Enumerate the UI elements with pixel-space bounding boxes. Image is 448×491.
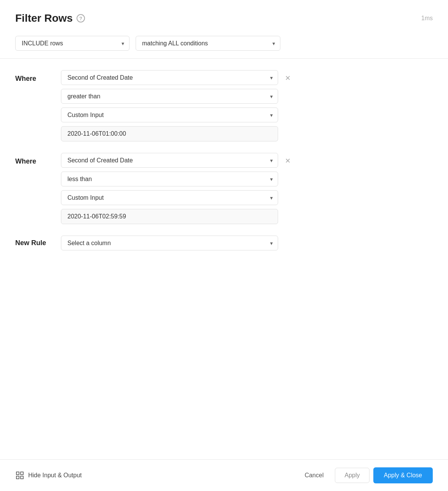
operator-select-2[interactable]: less than greater than equals not equals [61, 172, 278, 186]
input-type-row-1: Custom Input [61, 108, 433, 122]
filter-rows-dialog: Filter Rows ? 1ms INCLUDE rows EXCLUDE r… [0, 0, 448, 491]
svg-rect-3 [21, 476, 23, 479]
include-select[interactable]: INCLUDE rows EXCLUDE rows [15, 36, 130, 51]
column-select-2[interactable]: Second of Created Date [61, 153, 278, 168]
input-type-select-1[interactable]: Custom Input [61, 108, 278, 122]
column-row-2: Second of Created Date ✕ [61, 153, 433, 168]
cancel-button[interactable]: Cancel [297, 468, 331, 483]
matching-select[interactable]: matching ALL conditions matching ANY con… [136, 36, 280, 51]
content-area: Where Second of Created Date ✕ greater t… [0, 59, 448, 459]
timing-label: 1ms [421, 15, 433, 22]
include-select-wrapper: INCLUDE rows EXCLUDE rows [15, 36, 130, 51]
dialog-header: Filter Rows ? 1ms [0, 0, 448, 32]
remove-rule-1-button[interactable]: ✕ [282, 72, 294, 85]
apply-button[interactable]: Apply [335, 468, 369, 483]
column-select-1[interactable]: Second of Created Date [61, 70, 278, 85]
input-type-select-wrapper-1: Custom Input [61, 108, 278, 122]
footer-left: Hide Input & Output [15, 471, 82, 480]
new-rule-label: New Rule [15, 239, 53, 247]
help-icon[interactable]: ? [77, 14, 85, 22]
operator-row-1: greater than less than equals not equals [61, 89, 433, 104]
where-label-1: Where [15, 70, 53, 83]
rule-block-1: Where Second of Created Date ✕ greater t… [15, 70, 433, 141]
operator-select-1[interactable]: greater than less than equals not equals [61, 89, 278, 104]
value-input-2[interactable] [61, 209, 278, 224]
input-type-row-2: Custom Input [61, 190, 433, 205]
input-type-select-2[interactable]: Custom Input [61, 190, 278, 205]
apply-close-button[interactable]: Apply & Close [373, 467, 433, 483]
dialog-title: Filter Rows [15, 12, 73, 24]
column-select-wrapper-1: Second of Created Date [61, 70, 278, 85]
operator-select-wrapper-2: less than greater than equals not equals [61, 172, 278, 186]
hide-io-label: Hide Input & Output [28, 472, 82, 479]
column-select-wrapper-2: Second of Created Date [61, 153, 278, 168]
rule-controls-2: Second of Created Date ✕ less than great… [61, 153, 433, 224]
matching-select-wrapper: matching ALL conditions matching ANY con… [136, 36, 280, 51]
new-rule-block: New Rule Select a column [15, 236, 433, 250]
input-type-select-wrapper-2: Custom Input [61, 190, 278, 205]
dialog-footer: Hide Input & Output Cancel Apply Apply &… [0, 459, 448, 491]
operator-select-wrapper-1: greater than less than equals not equals [61, 89, 278, 104]
filter-selectors: INCLUDE rows EXCLUDE rows matching ALL c… [0, 32, 448, 58]
operator-row-2: less than greater than equals not equals [61, 172, 433, 186]
new-rule-select[interactable]: Select a column [61, 236, 278, 250]
remove-rule-2-button[interactable]: ✕ [282, 154, 294, 167]
svg-rect-1 [21, 472, 23, 475]
new-rule-select-wrapper: Select a column [61, 236, 278, 250]
where-label-2: Where [15, 153, 53, 165]
column-row-1: Second of Created Date ✕ [61, 70, 433, 85]
title-area: Filter Rows ? [15, 12, 85, 24]
value-row-1 [61, 126, 433, 141]
value-input-1[interactable] [61, 126, 278, 141]
value-row-2 [61, 209, 433, 224]
rule-controls-1: Second of Created Date ✕ greater than le… [61, 70, 433, 141]
grid-icon [15, 471, 24, 480]
rule-block-2: Where Second of Created Date ✕ less than… [15, 153, 433, 224]
svg-rect-2 [16, 476, 19, 479]
footer-right: Cancel Apply Apply & Close [297, 467, 433, 483]
svg-rect-0 [16, 472, 19, 475]
